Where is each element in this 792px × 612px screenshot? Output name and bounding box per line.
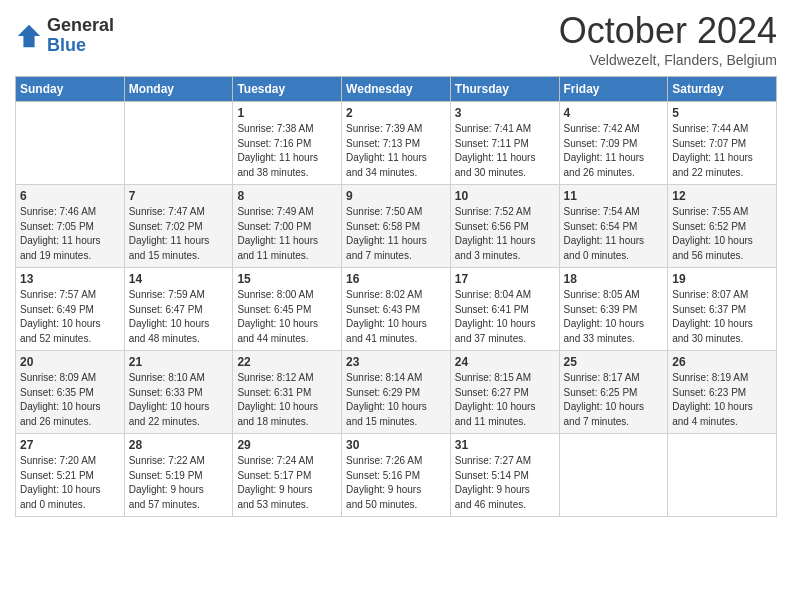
calendar-cell — [559, 434, 668, 517]
logo-text: General Blue — [47, 16, 114, 56]
calendar-week-row: 27Sunrise: 7:20 AM Sunset: 5:21 PM Dayli… — [16, 434, 777, 517]
column-header-friday: Friday — [559, 77, 668, 102]
day-number: 15 — [237, 272, 337, 286]
day-number: 26 — [672, 355, 772, 369]
calendar-week-row: 1Sunrise: 7:38 AM Sunset: 7:16 PM Daylig… — [16, 102, 777, 185]
day-number: 14 — [129, 272, 229, 286]
calendar-cell: 20Sunrise: 8:09 AM Sunset: 6:35 PM Dayli… — [16, 351, 125, 434]
calendar-cell: 4Sunrise: 7:42 AM Sunset: 7:09 PM Daylig… — [559, 102, 668, 185]
day-number: 31 — [455, 438, 555, 452]
day-info: Sunrise: 8:10 AM Sunset: 6:33 PM Dayligh… — [129, 371, 229, 429]
column-header-tuesday: Tuesday — [233, 77, 342, 102]
column-header-monday: Monday — [124, 77, 233, 102]
day-info: Sunrise: 7:46 AM Sunset: 7:05 PM Dayligh… — [20, 205, 120, 263]
day-info: Sunrise: 7:54 AM Sunset: 6:54 PM Dayligh… — [564, 205, 664, 263]
calendar-cell — [668, 434, 777, 517]
calendar-cell: 23Sunrise: 8:14 AM Sunset: 6:29 PM Dayli… — [342, 351, 451, 434]
calendar-cell: 21Sunrise: 8:10 AM Sunset: 6:33 PM Dayli… — [124, 351, 233, 434]
calendar-cell: 2Sunrise: 7:39 AM Sunset: 7:13 PM Daylig… — [342, 102, 451, 185]
calendar-cell: 27Sunrise: 7:20 AM Sunset: 5:21 PM Dayli… — [16, 434, 125, 517]
title-block: October 2024 Veldwezelt, Flanders, Belgi… — [559, 10, 777, 68]
day-info: Sunrise: 7:47 AM Sunset: 7:02 PM Dayligh… — [129, 205, 229, 263]
calendar-cell: 25Sunrise: 8:17 AM Sunset: 6:25 PM Dayli… — [559, 351, 668, 434]
day-number: 7 — [129, 189, 229, 203]
day-info: Sunrise: 7:38 AM Sunset: 7:16 PM Dayligh… — [237, 122, 337, 180]
calendar-cell: 29Sunrise: 7:24 AM Sunset: 5:17 PM Dayli… — [233, 434, 342, 517]
calendar-cell: 3Sunrise: 7:41 AM Sunset: 7:11 PM Daylig… — [450, 102, 559, 185]
day-number: 18 — [564, 272, 664, 286]
calendar-cell: 30Sunrise: 7:26 AM Sunset: 5:16 PM Dayli… — [342, 434, 451, 517]
calendar-cell: 17Sunrise: 8:04 AM Sunset: 6:41 PM Dayli… — [450, 268, 559, 351]
calendar-cell: 5Sunrise: 7:44 AM Sunset: 7:07 PM Daylig… — [668, 102, 777, 185]
logo-icon — [15, 22, 43, 50]
calendar-cell — [124, 102, 233, 185]
day-number: 30 — [346, 438, 446, 452]
calendar-cell: 18Sunrise: 8:05 AM Sunset: 6:39 PM Dayli… — [559, 268, 668, 351]
calendar-cell: 8Sunrise: 7:49 AM Sunset: 7:00 PM Daylig… — [233, 185, 342, 268]
calendar-cell — [16, 102, 125, 185]
calendar-week-row: 6Sunrise: 7:46 AM Sunset: 7:05 PM Daylig… — [16, 185, 777, 268]
calendar-cell: 11Sunrise: 7:54 AM Sunset: 6:54 PM Dayli… — [559, 185, 668, 268]
logo-blue-text: Blue — [47, 36, 114, 56]
day-number: 19 — [672, 272, 772, 286]
day-info: Sunrise: 7:27 AM Sunset: 5:14 PM Dayligh… — [455, 454, 555, 512]
calendar-cell: 26Sunrise: 8:19 AM Sunset: 6:23 PM Dayli… — [668, 351, 777, 434]
day-number: 20 — [20, 355, 120, 369]
day-info: Sunrise: 7:26 AM Sunset: 5:16 PM Dayligh… — [346, 454, 446, 512]
day-number: 27 — [20, 438, 120, 452]
calendar-cell: 19Sunrise: 8:07 AM Sunset: 6:37 PM Dayli… — [668, 268, 777, 351]
calendar-week-row: 13Sunrise: 7:57 AM Sunset: 6:49 PM Dayli… — [16, 268, 777, 351]
month-title: October 2024 — [559, 10, 777, 52]
day-number: 21 — [129, 355, 229, 369]
calendar-cell: 13Sunrise: 7:57 AM Sunset: 6:49 PM Dayli… — [16, 268, 125, 351]
calendar-cell: 28Sunrise: 7:22 AM Sunset: 5:19 PM Dayli… — [124, 434, 233, 517]
day-info: Sunrise: 7:22 AM Sunset: 5:19 PM Dayligh… — [129, 454, 229, 512]
day-number: 16 — [346, 272, 446, 286]
day-info: Sunrise: 8:05 AM Sunset: 6:39 PM Dayligh… — [564, 288, 664, 346]
day-number: 28 — [129, 438, 229, 452]
logo: General Blue — [15, 16, 114, 56]
column-header-wednesday: Wednesday — [342, 77, 451, 102]
day-info: Sunrise: 7:59 AM Sunset: 6:47 PM Dayligh… — [129, 288, 229, 346]
calendar-cell: 9Sunrise: 7:50 AM Sunset: 6:58 PM Daylig… — [342, 185, 451, 268]
calendar-cell: 22Sunrise: 8:12 AM Sunset: 6:31 PM Dayli… — [233, 351, 342, 434]
day-info: Sunrise: 8:00 AM Sunset: 6:45 PM Dayligh… — [237, 288, 337, 346]
column-header-sunday: Sunday — [16, 77, 125, 102]
day-number: 29 — [237, 438, 337, 452]
day-number: 1 — [237, 106, 337, 120]
calendar-cell: 31Sunrise: 7:27 AM Sunset: 5:14 PM Dayli… — [450, 434, 559, 517]
location-subtitle: Veldwezelt, Flanders, Belgium — [559, 52, 777, 68]
day-info: Sunrise: 7:41 AM Sunset: 7:11 PM Dayligh… — [455, 122, 555, 180]
calendar-cell: 6Sunrise: 7:46 AM Sunset: 7:05 PM Daylig… — [16, 185, 125, 268]
day-info: Sunrise: 7:57 AM Sunset: 6:49 PM Dayligh… — [20, 288, 120, 346]
column-header-thursday: Thursday — [450, 77, 559, 102]
day-info: Sunrise: 8:04 AM Sunset: 6:41 PM Dayligh… — [455, 288, 555, 346]
logo-general-text: General — [47, 16, 114, 36]
day-info: Sunrise: 8:19 AM Sunset: 6:23 PM Dayligh… — [672, 371, 772, 429]
day-info: Sunrise: 8:14 AM Sunset: 6:29 PM Dayligh… — [346, 371, 446, 429]
day-number: 23 — [346, 355, 446, 369]
day-info: Sunrise: 7:42 AM Sunset: 7:09 PM Dayligh… — [564, 122, 664, 180]
day-info: Sunrise: 8:15 AM Sunset: 6:27 PM Dayligh… — [455, 371, 555, 429]
calendar-cell: 15Sunrise: 8:00 AM Sunset: 6:45 PM Dayli… — [233, 268, 342, 351]
day-info: Sunrise: 7:44 AM Sunset: 7:07 PM Dayligh… — [672, 122, 772, 180]
day-info: Sunrise: 7:50 AM Sunset: 6:58 PM Dayligh… — [346, 205, 446, 263]
day-number: 22 — [237, 355, 337, 369]
day-number: 13 — [20, 272, 120, 286]
day-info: Sunrise: 8:09 AM Sunset: 6:35 PM Dayligh… — [20, 371, 120, 429]
day-info: Sunrise: 7:49 AM Sunset: 7:00 PM Dayligh… — [237, 205, 337, 263]
calendar-cell: 10Sunrise: 7:52 AM Sunset: 6:56 PM Dayli… — [450, 185, 559, 268]
day-info: Sunrise: 7:52 AM Sunset: 6:56 PM Dayligh… — [455, 205, 555, 263]
day-number: 5 — [672, 106, 772, 120]
calendar-cell: 14Sunrise: 7:59 AM Sunset: 6:47 PM Dayli… — [124, 268, 233, 351]
day-info: Sunrise: 8:12 AM Sunset: 6:31 PM Dayligh… — [237, 371, 337, 429]
calendar-week-row: 20Sunrise: 8:09 AM Sunset: 6:35 PM Dayli… — [16, 351, 777, 434]
calendar-header-row: SundayMondayTuesdayWednesdayThursdayFrid… — [16, 77, 777, 102]
day-number: 25 — [564, 355, 664, 369]
svg-marker-0 — [18, 25, 40, 47]
day-number: 17 — [455, 272, 555, 286]
calendar-table: SundayMondayTuesdayWednesdayThursdayFrid… — [15, 76, 777, 517]
calendar-cell: 16Sunrise: 8:02 AM Sunset: 6:43 PM Dayli… — [342, 268, 451, 351]
day-info: Sunrise: 8:02 AM Sunset: 6:43 PM Dayligh… — [346, 288, 446, 346]
page-header: General Blue October 2024 Veldwezelt, Fl… — [15, 10, 777, 68]
